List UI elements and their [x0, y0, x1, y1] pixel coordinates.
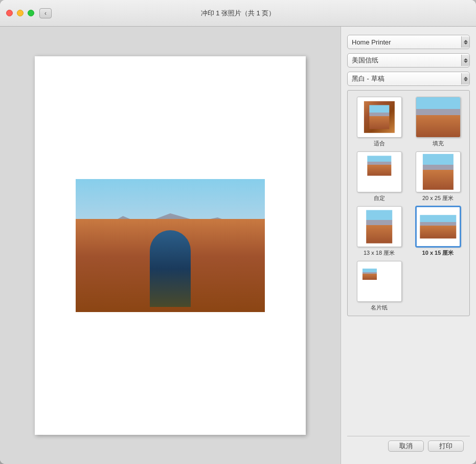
back-button[interactable]: ‹	[39, 8, 52, 18]
close-button[interactable]	[6, 10, 13, 16]
maximize-button[interactable]	[28, 10, 34, 16]
spacer	[347, 320, 470, 432]
thumb-item-fit[interactable]: 适合	[352, 97, 406, 147]
thumbnails-grid: 适合 填充 自定	[352, 97, 465, 312]
quality-dropdown[interactable]: 黑白 - 草稿	[347, 72, 470, 86]
thumb-box-fit	[357, 97, 402, 138]
back-icon: ‹	[44, 10, 47, 17]
mini-portrait-2025	[422, 154, 453, 190]
mini-portrait-1318	[366, 210, 393, 244]
right-panel: Home Printer 美国信纸 黑白 - 草稿	[341, 27, 476, 464]
arrow-down-icon	[464, 61, 468, 63]
paper-value: 美国信纸	[352, 56, 465, 65]
quality-value: 黑白 - 草稿	[352, 74, 465, 83]
arrow-down-icon	[464, 79, 468, 81]
thumb-label-fill: 填充	[433, 140, 444, 147]
main-content: Home Printer 美国信纸 黑白 - 草稿	[0, 27, 476, 464]
thumb-label-1015: 10 x 15 厘米	[422, 249, 454, 257]
arrow-down-icon	[464, 42, 468, 45]
printer-dropdown[interactable]: Home Printer	[347, 35, 470, 49]
thumb-box-fill	[416, 97, 461, 138]
window-title: 冲印 1 张照片（共 1 页）	[201, 9, 276, 18]
cancel-button[interactable]: 取消	[388, 440, 424, 452]
preview-paper	[35, 56, 306, 435]
thumb-label-fit: 适合	[374, 140, 385, 147]
thumb-box-1015	[416, 206, 461, 247]
minimize-button[interactable]	[17, 10, 24, 16]
thumb-box-2025	[416, 151, 461, 192]
printer-dropdown-arrows	[461, 36, 469, 48]
thumb-label-2025: 20 x 25 厘米	[422, 194, 454, 202]
quality-dropdown-arrows	[461, 73, 469, 84]
mini-landscape-1015	[420, 215, 456, 238]
arrow-up-icon	[464, 40, 468, 42]
preview-area	[0, 27, 341, 464]
traffic-lights	[6, 10, 34, 16]
thumb-label-custom: 自定	[374, 194, 385, 202]
mini-landscape-card	[362, 269, 377, 280]
paper-dropdown-arrows	[461, 55, 469, 66]
thumb-item-card[interactable]: 名片纸	[352, 261, 406, 312]
arrow-up-icon	[464, 58, 468, 60]
thumb-label-card: 名片纸	[371, 304, 388, 312]
thumb-item-1015[interactable]: 10 x 15 厘米	[411, 206, 465, 257]
mini-landscape-custom	[367, 156, 391, 176]
thumb-photo-fit	[364, 101, 394, 133]
titlebar: ‹ 冲印 1 张照片（共 1 页）	[0, 0, 476, 27]
arrow-up-icon	[464, 77, 468, 79]
bottom-bar: 取消 打印	[347, 436, 470, 458]
thumb-item-1318[interactable]: 13 x 18 厘米	[352, 206, 406, 257]
thumb-photo-fill	[416, 97, 460, 137]
thumb-item-2025[interactable]: 20 x 25 厘米	[411, 151, 465, 202]
thumb-label-1318: 13 x 18 厘米	[364, 249, 395, 257]
print-button[interactable]: 打印	[428, 440, 464, 452]
thumb-item-custom[interactable]: 自定	[352, 151, 406, 202]
thumb-box-custom	[357, 151, 402, 192]
printer-value: Home Printer	[352, 38, 465, 46]
thumb-item-fill[interactable]: 填充	[411, 97, 465, 147]
thumb-box-card	[357, 261, 402, 302]
photo-person	[150, 230, 191, 307]
thumbnail-scroll-container: 适合 填充 自定	[347, 90, 470, 316]
app-window: ‹ 冲印 1 张照片（共 1 页） Home Printer	[0, 0, 476, 464]
preview-photo	[76, 179, 265, 312]
mini-landscape-fit	[369, 105, 389, 129]
paper-dropdown[interactable]: 美国信纸	[347, 53, 470, 68]
thumb-box-1318	[357, 206, 402, 247]
